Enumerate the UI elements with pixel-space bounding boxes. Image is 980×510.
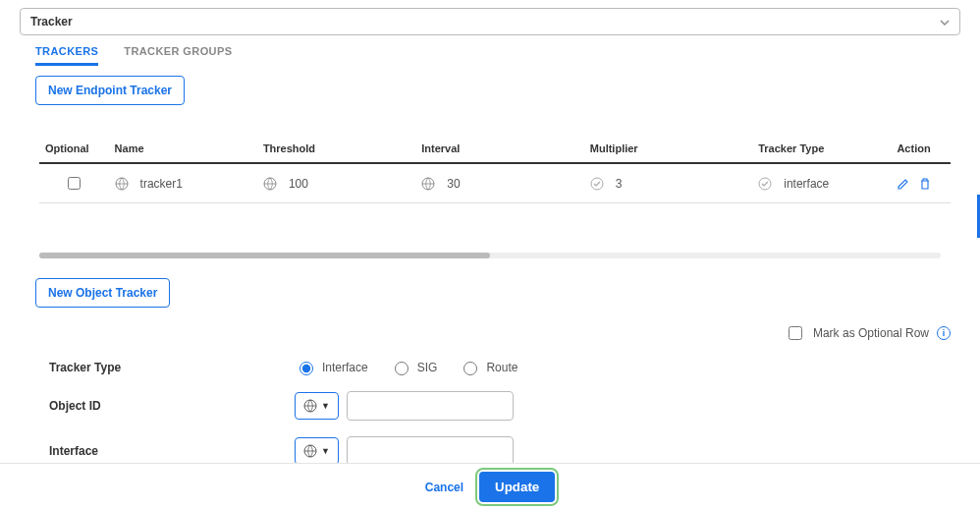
globe-icon [303, 399, 317, 413]
trackers-table: Optional Name Threshold Interval Multipl… [39, 135, 951, 203]
radio-route[interactable]: Route [459, 359, 517, 375]
globe-icon [303, 444, 317, 458]
tracker-type-label: Tracker Type [49, 361, 295, 374]
mark-optional-label: Mark as Optional Row [813, 326, 929, 340]
interface-scope-button[interactable]: ▼ [295, 437, 339, 465]
cancel-button[interactable]: Cancel [425, 481, 463, 494]
radio-sig-input[interactable] [395, 362, 408, 375]
th-action: Action [891, 135, 951, 163]
mark-optional-row: Mark as Optional Row i [20, 317, 960, 359]
new-endpoint-tracker-button[interactable]: New Endpoint Tracker [35, 76, 185, 105]
th-interval: Interval [415, 135, 583, 163]
tab-trackers[interactable]: TRACKERS [35, 45, 98, 66]
th-threshold: Threshold [257, 135, 415, 163]
globe-icon [421, 177, 435, 191]
table-row: tracker1 100 3 [39, 163, 951, 203]
info-icon[interactable]: i [937, 326, 951, 340]
svg-point-4 [759, 178, 771, 190]
tab-tracker-groups[interactable]: TRACKER GROUPS [124, 45, 232, 66]
radio-interface-input[interactable] [299, 362, 313, 375]
th-multiplier: Multiplier [584, 135, 752, 163]
chevron-down-icon [940, 15, 950, 28]
tracker-type-radio-group: Interface SIG Route [295, 359, 517, 375]
row-optional-checkbox[interactable] [68, 177, 81, 190]
th-name: Name [109, 135, 257, 163]
tracker-dropdown[interactable]: Tracker [20, 8, 960, 35]
trash-icon[interactable] [918, 177, 932, 191]
cell-tracker-type: interface [784, 177, 829, 191]
radio-interface[interactable]: Interface [295, 359, 368, 375]
interface-input[interactable] [347, 436, 514, 466]
caret-down-icon: ▼ [321, 446, 330, 456]
radio-route-label: Route [486, 361, 517, 374]
horizontal-scrollbar[interactable] [39, 253, 941, 258]
svg-point-3 [591, 178, 603, 190]
cell-name: tracker1 [140, 177, 183, 191]
mark-optional-checkbox[interactable] [789, 326, 802, 340]
update-button[interactable]: Update [479, 472, 555, 502]
new-object-tracker-button[interactable]: New Object Tracker [35, 278, 170, 308]
tracker-dropdown-label: Tracker [30, 15, 73, 28]
interface-row: Interface ▼ [20, 436, 960, 466]
radio-interface-label: Interface [322, 361, 368, 374]
tabs: TRACKERS TRACKER GROUPS [20, 45, 960, 66]
object-id-input[interactable] [347, 391, 514, 421]
th-tracker-type: Tracker Type [752, 135, 891, 163]
radio-route-input[interactable] [463, 362, 477, 375]
footer: Cancel Update [0, 463, 980, 510]
check-circle-icon [590, 177, 604, 191]
caret-down-icon: ▼ [321, 401, 330, 411]
cell-multiplier: 3 [616, 177, 623, 191]
radio-sig[interactable]: SIG [390, 359, 438, 375]
interface-label: Interface [49, 444, 295, 458]
object-id-label: Object ID [49, 399, 295, 413]
cell-threshold: 100 [289, 177, 308, 191]
th-optional: Optional [39, 135, 109, 163]
scrollbar-thumb[interactable] [39, 253, 490, 258]
edit-icon[interactable] [897, 177, 910, 191]
check-circle-icon [758, 177, 772, 191]
radio-sig-label: SIG [417, 361, 438, 374]
globe-icon [115, 177, 129, 191]
globe-icon [263, 177, 277, 191]
object-id-row: Object ID ▼ [20, 391, 960, 421]
object-id-scope-button[interactable]: ▼ [295, 392, 339, 420]
tracker-type-row: Tracker Type Interface SIG Route [20, 359, 960, 375]
cell-interval: 30 [447, 177, 460, 191]
